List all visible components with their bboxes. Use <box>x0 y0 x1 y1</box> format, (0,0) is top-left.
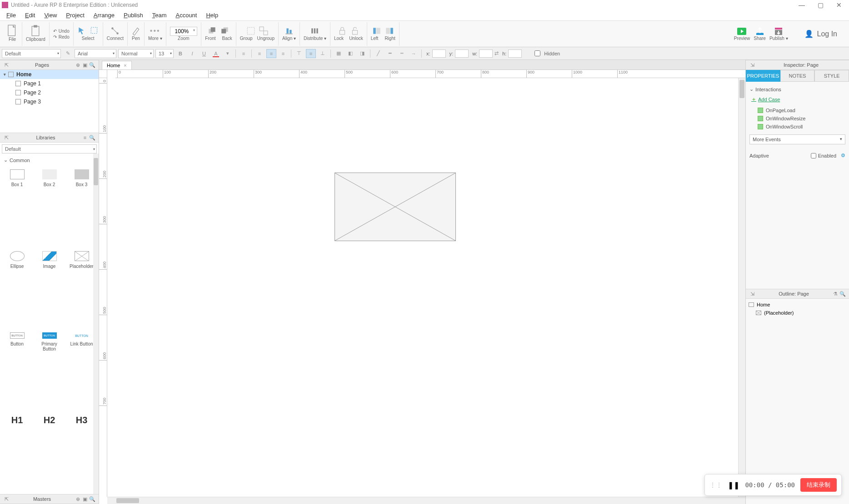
y-input[interactable] <box>455 49 469 58</box>
preview-button[interactable]: Preview <box>734 27 750 41</box>
valign-middle-button[interactable]: ≡ <box>306 49 316 58</box>
valign-bottom-button[interactable]: ⊥ <box>318 49 328 58</box>
hidden-checkbox[interactable] <box>534 50 540 56</box>
ungroup-icon[interactable] <box>259 27 268 35</box>
clipboard-icon[interactable] <box>30 26 41 36</box>
h-input[interactable] <box>508 49 522 58</box>
align-label[interactable]: Align ▾ <box>282 36 296 41</box>
group-icon[interactable] <box>246 27 255 35</box>
italic-button[interactable]: I <box>187 49 197 58</box>
widget-box3[interactable]: Box 3 <box>66 167 97 247</box>
caret-down-icon[interactable]: ▾ <box>4 72 8 77</box>
event-onwindowscroll[interactable]: OnWindowScroll <box>749 123 845 131</box>
connect-icon[interactable] <box>110 27 120 35</box>
more-events-select[interactable]: More Events <box>749 134 845 144</box>
lib-section-common[interactable]: ⌄Common <box>0 155 99 165</box>
add-case-link[interactable]: ＋Add Case <box>749 94 845 106</box>
bullets-button[interactable]: ≡ <box>239 49 249 58</box>
lock-icon[interactable] <box>338 27 347 35</box>
paint-format-icon[interactable]: ✎ <box>63 49 73 58</box>
outline-placeholder[interactable]: (Placeholder) <box>749 309 846 317</box>
distribute-label[interactable]: Distribute ▾ <box>304 36 326 41</box>
page-item-1[interactable]: Page 1 <box>0 79 99 88</box>
valign-top-button[interactable]: ⊤ <box>294 49 304 58</box>
lib-menu-icon[interactable]: ≡ <box>81 135 89 140</box>
x-input[interactable] <box>432 49 446 58</box>
font-size-select[interactable]: 13 <box>155 49 174 58</box>
distribute-icon[interactable] <box>310 27 320 35</box>
search-pages-icon[interactable]: 🔍 <box>89 62 96 68</box>
font-color-button[interactable]: A <box>211 49 221 58</box>
panel-left-icon[interactable] <box>372 27 381 35</box>
placeholder-widget[interactable] <box>335 173 456 241</box>
widget-placeholder[interactable]: Placeholder <box>66 248 97 328</box>
tab-home[interactable]: Home × <box>102 61 132 69</box>
horizontal-scrollbar[interactable] <box>107 497 745 504</box>
style-preset-select[interactable]: Default <box>2 49 61 58</box>
pause-button[interactable]: ❚❚ <box>728 481 739 489</box>
add-master-folder-icon[interactable]: ▣ <box>81 496 89 502</box>
page-item-3[interactable]: Page 3 <box>0 97 99 106</box>
widget-ellipse[interactable]: Ellipse <box>2 248 32 328</box>
menu-edit[interactable]: Edit <box>20 11 40 20</box>
more-icon[interactable]: ••• <box>150 27 160 35</box>
add-folder-icon[interactable]: ▣ <box>81 62 89 68</box>
more-text-button[interactable]: ▾ <box>223 49 233 58</box>
event-onwindowresize[interactable]: OnWindowResize <box>749 114 845 123</box>
file-icon[interactable] <box>6 26 18 36</box>
fill-color-button[interactable]: ▦ <box>334 49 344 58</box>
menu-team[interactable]: Team <box>148 11 171 20</box>
filter-outline-icon[interactable]: ⚗ <box>832 291 839 297</box>
menu-project[interactable]: Project <box>61 11 89 20</box>
maximize-button[interactable]: ▢ <box>818 1 824 9</box>
inner-shadow-button[interactable]: ◨ <box>357 49 367 58</box>
minimize-button[interactable]: — <box>799 1 805 9</box>
lock-aspect-icon[interactable]: ⇄ <box>494 50 499 56</box>
add-master-icon[interactable]: ⊕ <box>74 496 81 502</box>
search-outline-icon[interactable]: 🔍 <box>839 291 846 297</box>
search-lib-icon[interactable]: 🔍 <box>89 135 96 141</box>
tab-close-icon[interactable]: × <box>124 63 126 68</box>
vertical-scrollbar[interactable] <box>738 78 745 497</box>
menu-file[interactable]: File <box>2 11 20 20</box>
outer-shadow-button[interactable]: ◧ <box>345 49 355 58</box>
font-select[interactable]: Arial <box>75 49 116 58</box>
page-item-home[interactable]: ▾ Home <box>0 70 99 79</box>
widget-h1[interactable]: H1 <box>2 413 32 493</box>
menu-help[interactable]: Help <box>201 11 223 20</box>
screen-recorder-bar[interactable]: ⋮⋮ ❚❚ 00:00 / 05:00 结束录制 <box>704 474 842 496</box>
menu-arrange[interactable]: Arrange <box>89 11 119 20</box>
zoom-select[interactable]: 100% <box>170 27 198 36</box>
more-label[interactable]: More ▾ <box>148 36 162 41</box>
menu-view[interactable]: View <box>40 11 61 20</box>
select-icon[interactable] <box>77 27 86 35</box>
font-weight-select[interactable]: Normal <box>118 49 154 58</box>
panel-right-icon[interactable] <box>385 27 394 35</box>
line-style-button[interactable]: ┅ <box>397 49 407 58</box>
widget-image[interactable]: Image <box>34 248 65 328</box>
align-right-button[interactable]: ≡ <box>278 49 288 58</box>
close-button[interactable]: ✕ <box>836 1 842 9</box>
redo-button[interactable]: ↷Redo <box>53 35 70 40</box>
event-onpageload[interactable]: OnPageLoad <box>749 106 845 114</box>
library-scrollbar[interactable] <box>93 153 99 494</box>
adaptive-enabled-checkbox[interactable] <box>811 153 816 158</box>
widget-h2[interactable]: H2 <box>34 413 65 493</box>
line-color-button[interactable]: ╱ <box>373 49 383 58</box>
add-page-icon[interactable]: ⊕ <box>74 62 81 68</box>
search-masters-icon[interactable]: 🔍 <box>89 496 96 502</box>
align-left-button[interactable]: ≡ <box>255 49 265 58</box>
align-icon[interactable] <box>285 27 294 35</box>
library-select[interactable]: Default <box>2 144 97 153</box>
drag-handle-icon[interactable]: ⋮⋮ <box>709 481 722 489</box>
menu-account[interactable]: Account <box>171 11 201 20</box>
login-link[interactable]: Log In <box>817 30 837 38</box>
collapse-icon[interactable]: ⇱ <box>3 135 10 141</box>
bold-button[interactable]: B <box>175 49 185 58</box>
widget-button[interactable]: BUTTONButton <box>2 330 32 411</box>
inspector-tab-properties[interactable]: PROPERTIES <box>746 70 780 82</box>
inspector-tab-style[interactable]: STYLE <box>814 70 849 82</box>
collapse-icon[interactable]: ⇲ <box>749 291 756 297</box>
collapse-icon[interactable]: ⇱ <box>3 496 10 502</box>
arrow-style-button[interactable]: → <box>409 49 419 58</box>
